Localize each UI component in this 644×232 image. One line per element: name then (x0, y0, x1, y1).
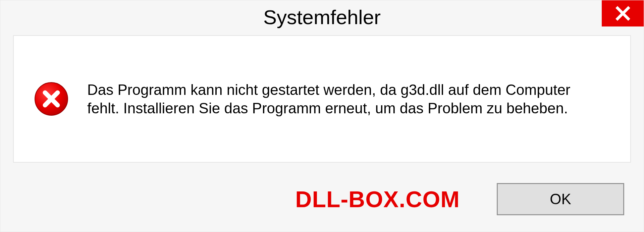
dialog-footer: DLL-BOX.COM OK (0, 166, 644, 232)
dialog-title: Systemfehler (263, 6, 381, 29)
dialog-content: Das Programm kann nicht gestartet werden… (13, 35, 631, 163)
ok-button-label: OK (550, 191, 571, 208)
watermark-text: DLL-BOX.COM (295, 186, 460, 212)
error-message: Das Programm kann nicht gestartet werden… (87, 80, 600, 117)
titlebar: Systemfehler (0, 0, 644, 34)
error-icon (34, 81, 69, 116)
ok-button[interactable]: OK (497, 183, 624, 215)
close-icon (615, 5, 631, 21)
close-button[interactable] (602, 0, 644, 26)
error-dialog: Systemfehler Das Programm kann nich (0, 0, 644, 232)
